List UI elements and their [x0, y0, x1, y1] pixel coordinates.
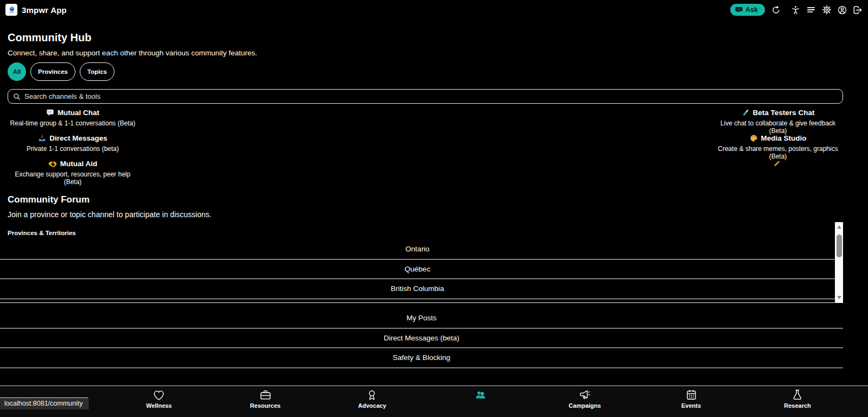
speech-balloon-icon	[46, 109, 54, 117]
handshake-icon	[48, 160, 57, 167]
menu-button[interactable]	[806, 5, 816, 15]
nav-tab-events[interactable]: Events	[681, 388, 701, 409]
nav-tab-wellness[interactable]: Wellness	[146, 388, 172, 409]
channel-title-label: Mutual Chat	[58, 109, 99, 117]
calendar-icon	[684, 388, 698, 402]
nav-tab-resources[interactable]: Resources	[250, 388, 280, 409]
logout-icon	[853, 5, 862, 15]
refresh-icon	[771, 5, 781, 15]
channel-media-studio[interactable]: Media Studio Create & share memes, poste…	[713, 131, 843, 157]
megaphone-icon	[578, 388, 591, 402]
channel-column-right: Beta Testers Chat Live chat to collabora…	[713, 106, 843, 182]
bottom-nav: Wellness Resources Advocacy	[0, 386, 868, 417]
channel-description: Exchange support, resources, peer help (…	[8, 170, 138, 186]
brand: 3mpwr App	[5, 4, 67, 16]
briefcase-icon	[258, 388, 272, 402]
page-title: Community Hub	[8, 31, 843, 43]
pencil-icon	[773, 160, 781, 168]
channel-title-label: Mutual Aid	[60, 160, 98, 168]
channel-direct-messages[interactable]: Direct Messages Private 1-1 conversation…	[8, 131, 138, 157]
nav-label: Events	[681, 402, 701, 409]
scrollbar-thumb[interactable]	[837, 235, 842, 257]
nav-tab-campaigns[interactable]: Campaigns	[569, 388, 601, 409]
award-ribbon-icon	[365, 388, 379, 402]
channel-description: Real-time group & 1-1 conversations (Bet…	[8, 119, 138, 127]
nav-tab-community[interactable]	[474, 388, 488, 402]
accessibility-button[interactable]	[790, 5, 801, 15]
top-bar: 3mpwr App Ask	[0, 0, 868, 20]
account-button[interactable]	[837, 5, 847, 15]
channel-mutual-chat[interactable]: Mutual Chat Real-time group & 1-1 conver…	[8, 106, 138, 131]
forum-subtitle: Join a province or topic channel to part…	[8, 210, 843, 219]
page-subtitle: Connect, share, and support each other t…	[8, 49, 843, 58]
app-title: 3mpwr App	[22, 5, 67, 15]
artist-palette-icon	[750, 134, 758, 142]
forum-row-my-posts[interactable]: My Posts	[0, 308, 843, 328]
search-bar	[8, 89, 843, 104]
forum-scroll-area: Provinces & Territories Ontario Québec B…	[0, 222, 843, 302]
test-tube-icon	[742, 109, 750, 117]
ask-button[interactable]: Ask	[730, 4, 765, 16]
filter-pills: All Provinces Topics	[8, 62, 843, 81]
forum-row-direct-messages[interactable]: Direct Messages (beta)	[0, 328, 843, 349]
logout-button[interactable]	[852, 5, 863, 15]
forum-row-british-columbia[interactable]: British Columbia	[0, 279, 835, 299]
forum-row-quebec[interactable]: Québec	[0, 260, 835, 280]
people-icon	[474, 388, 488, 402]
nav-label: Research	[784, 402, 811, 409]
nav-tab-advocacy[interactable]: Advocacy	[358, 388, 386, 409]
channel-title-label: Media Studio	[761, 134, 807, 142]
gear-icon	[822, 5, 832, 15]
forum-row-ontario[interactable]: Ontario	[0, 239, 835, 260]
ask-button-label: Ask	[745, 6, 758, 14]
menu-icon	[806, 5, 816, 15]
flask-icon	[790, 388, 804, 402]
channel-pencil[interactable]	[713, 157, 843, 182]
channel-description: Private 1-1 conversations (beta)	[8, 145, 138, 153]
provinces-section-label: Provinces & Territories	[0, 222, 835, 236]
nav-tab-research[interactable]: Research	[784, 388, 811, 409]
channel-title-label: Direct Messages	[49, 134, 107, 142]
scrollbar-down-arrow[interactable]	[837, 296, 841, 299]
nav-label: Resources	[250, 402, 280, 409]
channel-grid: Mutual Chat Real-time group & 1-1 conver…	[8, 106, 843, 182]
refresh-button[interactable]	[771, 5, 781, 15]
forum-row-safety-blocking[interactable]: Safety & Blocking	[0, 348, 843, 368]
nav-label: Wellness	[146, 402, 172, 409]
status-url-tooltip: localhost:8081/community	[0, 397, 88, 409]
channel-beta-testers-chat[interactable]: Beta Testers Chat Live chat to collabora…	[713, 106, 843, 131]
forum-links: My Posts Direct Messages (beta) Safety &…	[0, 302, 843, 368]
scrollbar[interactable]	[835, 222, 843, 302]
forum-title: Community Forum	[8, 194, 843, 205]
nav-label: Advocacy	[358, 402, 386, 409]
settings-button[interactable]	[821, 5, 832, 15]
chat-bubble-icon	[735, 6, 743, 14]
main-content: Community Hub Connect, share, and suppor…	[0, 31, 868, 368]
channel-title-label: Beta Testers Chat	[753, 109, 815, 117]
province-list: Ontario Québec British Columbia	[0, 239, 835, 299]
app-logo-icon	[5, 4, 17, 16]
search-icon	[13, 93, 21, 100]
heart-icon	[152, 388, 166, 402]
channel-mutual-aid[interactable]: Mutual Aid Exchange support, resources, …	[8, 157, 138, 182]
search-input[interactable]	[24, 92, 838, 100]
accessibility-icon	[791, 5, 800, 15]
nav-label: Campaigns	[569, 402, 601, 409]
topbar-actions: Ask	[730, 4, 863, 16]
inbox-tray-icon	[38, 134, 46, 142]
channel-column-left: Mutual Chat Real-time group & 1-1 conver…	[8, 106, 138, 182]
account-icon	[838, 5, 847, 15]
filter-provinces[interactable]: Provinces	[30, 62, 75, 81]
filter-topics[interactable]: Topics	[80, 62, 114, 81]
filter-all[interactable]: All	[8, 62, 26, 81]
scrollbar-up-arrow[interactable]	[837, 225, 841, 229]
